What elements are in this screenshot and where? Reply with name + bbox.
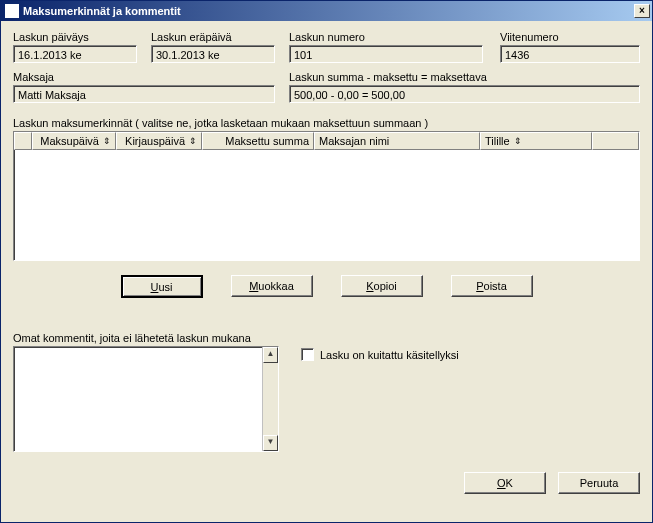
col-label: Maksettu summa [225,135,309,147]
grid-caption: Laskun maksumerkinnät ( valitse ne, jotk… [13,117,640,129]
close-button[interactable]: × [634,4,650,18]
num-value: 101 [289,45,483,63]
payer-label: Maksaja [13,71,275,83]
grid-col-account[interactable]: Tilille ⇕ [480,132,592,150]
processed-checkbox[interactable] [301,348,314,361]
window: Maksumerkinnät ja kommentit × Laskun päi… [0,0,653,523]
app-icon [5,4,19,18]
ref-label: Viitenumero [500,31,640,43]
sum-label: Laskun summa - maksettu = maksettava [289,71,640,83]
edit-button[interactable]: Muokkaa [231,275,313,297]
grid-header: Maksupäivä ⇕ Kirjauspäivä ⇕ Maksettu sum… [14,132,639,150]
due-label: Laskun eräpäivä [151,31,275,43]
sort-icon: ⇕ [103,137,111,146]
new-button[interactable]: Uusi [121,275,203,298]
col-label: Maksupäivä [40,135,99,147]
date-label: Laskun päiväys [13,31,137,43]
grid-col-select[interactable] [14,132,32,150]
titlebar: Maksumerkinnät ja kommentit × [1,1,652,21]
col-label: Kirjauspäivä [125,135,185,147]
comments-textarea[interactable]: ▲ ▼ [13,346,279,452]
scrollbar[interactable]: ▲ ▼ [262,347,278,451]
sort-icon: ⇕ [514,137,522,146]
grid-col-payer[interactable]: Maksajan nimi [314,132,480,150]
payer-value: Matti Maksaja [13,85,275,103]
cancel-button[interactable]: Peruuta [558,472,640,494]
payments-grid[interactable]: Maksupäivä ⇕ Kirjauspäivä ⇕ Maksettu sum… [13,131,640,261]
date-value: 16.1.2013 ke [13,45,137,63]
grid-col-amount[interactable]: Maksettu summa [202,132,314,150]
num-label: Laskun numero [289,31,486,43]
due-value: 30.1.2013 ke [151,45,275,63]
col-label: Maksajan nimi [319,135,389,147]
delete-button[interactable]: Poista [451,275,533,297]
grid-col-bookdate[interactable]: Kirjauspäivä ⇕ [116,132,202,150]
copy-button[interactable]: Kopioi [341,275,423,297]
grid-col-spacer [592,132,639,150]
grid-col-paydate[interactable]: Maksupäivä ⇕ [32,132,116,150]
scroll-down-button[interactable]: ▼ [263,435,278,451]
cancel-label: Peruuta [580,477,619,489]
col-label: Tilille [485,135,510,147]
ref-value: 1436 [500,45,640,63]
ok-button[interactable]: OK [464,472,546,494]
scroll-up-button[interactable]: ▲ [263,347,278,363]
comments-label: Omat kommentit, joita ei lähetetä laskun… [13,332,640,344]
window-title: Maksumerkinnät ja kommentit [23,5,181,17]
sum-value: 500,00 - 0,00 = 500,00 [289,85,640,103]
sort-icon: ⇕ [189,137,197,146]
processed-checkbox-label: Lasku on kuitattu käsitellyksi [320,349,459,361]
